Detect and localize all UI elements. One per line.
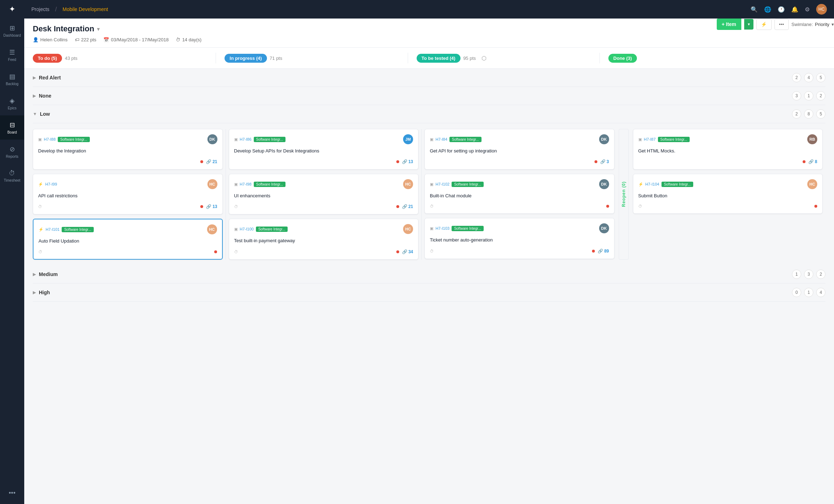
- globe-icon[interactable]: 🌐: [764, 6, 771, 13]
- sidebar-item-reports[interactable]: ⊘ Reports: [0, 140, 24, 164]
- card-h7-i102-meta: ▣ H7-I102 Software Integr...: [430, 182, 484, 187]
- settings-icon[interactable]: ⚙: [805, 6, 810, 13]
- swimlane-count-high-1: 1: [804, 288, 813, 297]
- card-h7-i102[interactable]: ▣ H7-I102 Software Integr... DK Built-in…: [424, 174, 614, 214]
- card-h7-i104-top: ⚡ H7-I104 Software Integr... HC: [638, 179, 818, 189]
- owner-name: Helen Collins: [40, 37, 68, 42]
- card-h7-i99-id: H7-I99: [45, 182, 57, 186]
- card-h7-i88-bottom: 🔗 21: [38, 159, 217, 164]
- inprogress-pts: 71 pts: [270, 56, 282, 61]
- projects-link[interactable]: Projects: [31, 6, 50, 12]
- card-h7-i103-meta: ▣ H7-I103 Software Integr...: [430, 226, 484, 231]
- card-h7-i101[interactable]: ⚡ H7-I101 Software Integr... HC Auto Fie…: [33, 219, 223, 259]
- sidebar-label-timesheet: Timesheet: [4, 178, 20, 182]
- search-icon[interactable]: 🔍: [751, 6, 758, 13]
- swimlane-value[interactable]: Priority: [815, 22, 829, 27]
- card-h7-i101-top: ⚡ H7-I101 Software Integr... HC: [38, 224, 217, 234]
- card-h7-i98-priority: [396, 205, 399, 208]
- swimlane-red-alert: ▶ Red Alert 2 4 5: [33, 69, 825, 87]
- story-icon-i86: ▣: [234, 137, 238, 142]
- swimlane-header-high[interactable]: ▶ High 0 1 4: [33, 284, 825, 302]
- sidebar-item-backlog[interactable]: ▤ Backlog: [0, 67, 24, 91]
- swimlane-header-low[interactable]: ▼ Low 2 8 5: [33, 105, 825, 123]
- card-h7-i103-top: ▣ H7-I103 Software Integr... DK: [430, 223, 609, 233]
- calendar-icon: 📅: [103, 37, 109, 42]
- swimlane-count-medium-1: 3: [804, 270, 813, 279]
- swimlane-label: Swimlane:: [792, 22, 813, 27]
- sidebar-label-backlog: Backlog: [6, 82, 19, 86]
- card-h7-i98[interactable]: ▣ H7-I98 Software Integr... HC UI enhanc…: [229, 174, 419, 214]
- card-h7-i88[interactable]: ▣ H7-I88 Software Integr... DK Develop t…: [33, 129, 223, 170]
- page-title-dropdown[interactable]: ▾: [97, 26, 100, 32]
- card-h7-i102-title: Built-in Chat module: [430, 193, 609, 199]
- swimlane-medium: ▶ Medium 1 3 2: [33, 265, 825, 284]
- sidebar-more[interactable]: •••: [9, 489, 16, 497]
- card-h7-i103-epic: Software Integr...: [452, 226, 484, 231]
- card-h7-i87-top: ▣ H7-I87 Software Integr... RB: [638, 134, 818, 144]
- sidebar-item-feed[interactable]: ☰ Feed: [0, 43, 24, 67]
- sidebar: ✦ ⊞ Dashboard ☰ Feed ▤ Backlog ◈ Epics ⊟…: [0, 0, 24, 504]
- card-h7-i86-top: ▣ H7-I86 Software Integr... JM: [234, 134, 413, 144]
- user-avatar[interactable]: HC: [816, 4, 827, 15]
- done-badge: Done (3): [608, 54, 637, 63]
- app-logo[interactable]: ✦: [0, 0, 24, 19]
- column-done-cards: ▣ H7-I87 Software Integr... RB Get HTML …: [630, 129, 826, 260]
- duration-value: 14 day(s): [182, 37, 201, 42]
- swimlane-dropdown-icon[interactable]: ▾: [832, 22, 834, 27]
- swimlane-count-none-0: 3: [792, 91, 801, 100]
- sidebar-label-feed: Feed: [8, 58, 16, 62]
- clock-icon[interactable]: 🕐: [778, 6, 785, 13]
- story-icon-i103: ▣: [430, 226, 433, 231]
- card-h7-i98-avatar: HC: [403, 179, 413, 189]
- card-h7-i84-avatar: DK: [599, 134, 609, 144]
- page-title: Desk Integration: [33, 24, 94, 33]
- add-item-button[interactable]: + Item: [717, 19, 741, 30]
- card-h7-i84-meta: ▣ H7-I84 Software Integr...: [430, 137, 482, 142]
- swimlane-count-medium-2: 2: [816, 270, 825, 279]
- card-h7-i100-id: H7-I100: [240, 227, 254, 231]
- sidebar-item-timesheet[interactable]: ⏱ Timesheet: [0, 164, 24, 188]
- card-h7-i104-priority: [814, 205, 817, 208]
- swimlane-header-none[interactable]: ▶ None 3 1 2: [33, 87, 825, 105]
- card-h7-i100-top: ▣ H7-I100 Software Integr... HC: [234, 224, 413, 234]
- card-h7-i100-title: Test built-in payment gateway: [234, 238, 413, 244]
- card-h7-i100[interactable]: ▣ H7-I100 Software Integr... HC Test bui…: [229, 219, 419, 259]
- swimlane-count-high-2: 4: [816, 288, 825, 297]
- card-h7-i104-bottom: ⏱: [638, 204, 818, 208]
- filter-button[interactable]: ⚡: [756, 19, 772, 30]
- top-navigation: Projects / Mobile Development 🔍 🌐 🕐 🔔 ⚙ …: [24, 0, 834, 19]
- add-item-dropdown[interactable]: ▾: [744, 19, 753, 30]
- card-h7-i98-title: UI enhancements: [234, 193, 413, 199]
- timer-icon-i99: ⏱: [38, 204, 42, 209]
- card-h7-i88-comments: 🔗 21: [206, 159, 217, 164]
- card-h7-i87[interactable]: ▣ H7-I87 Software Integr... RB Get HTML …: [633, 129, 823, 170]
- tobetested-export-icon[interactable]: ⬡: [479, 53, 489, 63]
- card-h7-i103[interactable]: ▣ H7-I103 Software Integr... DK Ticket n…: [424, 218, 614, 259]
- card-h7-i99-bottom: ⏱ 🔗 13: [38, 204, 217, 209]
- card-h7-i88-title: Develop the Integration: [38, 148, 217, 154]
- reopen-banner[interactable]: Reopen (0): [619, 129, 629, 260]
- reports-icon: ⊘: [10, 145, 15, 153]
- current-project[interactable]: Mobile Development: [63, 6, 108, 12]
- card-h7-i99[interactable]: ⚡ H7-I99 HC API call restrictions ⏱ 🔗 13: [33, 174, 223, 214]
- chevron-icon-medium: ▶: [33, 272, 36, 277]
- sidebar-item-board[interactable]: ⊟ Board: [0, 115, 24, 140]
- sidebar-label-epics: Epics: [8, 106, 16, 110]
- card-h7-i98-comments: 🔗 21: [402, 204, 413, 209]
- more-options-button[interactable]: •••: [774, 19, 789, 30]
- bell-icon[interactable]: 🔔: [791, 6, 798, 13]
- swimlane-header-red-alert[interactable]: ▶ Red Alert 2 4 5: [33, 69, 825, 87]
- sidebar-item-dashboard[interactable]: ⊞ Dashboard: [0, 19, 24, 43]
- card-h7-i84[interactable]: ▣ H7-I84 Software Integr... DK Get API f…: [424, 129, 614, 170]
- card-h7-i86-meta: ▣ H7-I86 Software Integr...: [234, 137, 286, 142]
- sidebar-item-epics[interactable]: ◈ Epics: [0, 91, 24, 115]
- swimlane-header-medium[interactable]: ▶ Medium 1 3 2: [33, 265, 825, 284]
- card-h7-i104[interactable]: ⚡ H7-I104 Software Integr... HC Submit B…: [633, 174, 823, 214]
- card-h7-i88-avatar: DK: [207, 134, 217, 144]
- card-h7-i102-id: H7-I102: [436, 182, 449, 186]
- meta-dates: 📅 03/May/2018 - 17/May/2018: [103, 37, 169, 42]
- page-header: Desk Integration ▾ + Item ▾ ⚡ ••• Swimla…: [24, 19, 834, 48]
- swimlane-none: ▶ None 3 1 2: [33, 87, 825, 105]
- sidebar-label-reports: Reports: [6, 155, 18, 159]
- card-h7-i86[interactable]: ▣ H7-I86 Software Integr... JM Develop S…: [229, 129, 419, 170]
